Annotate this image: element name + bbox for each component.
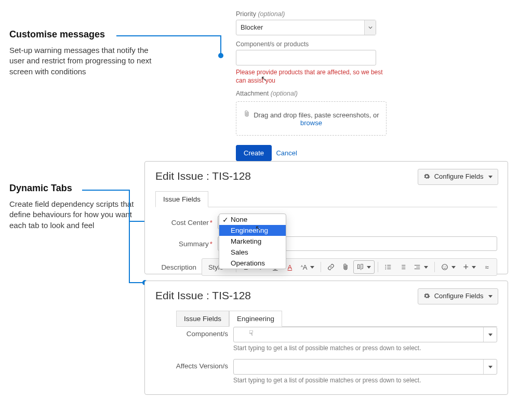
edit-issue-dialog-2: Edit Issue : TIS-128 Configure Fields Is… xyxy=(144,281,508,395)
components-label: Component/s or products xyxy=(236,41,390,48)
callout-dynamic-desc: Create field dependency scripts that def… xyxy=(9,199,139,231)
dialog1-tabs: Issue Fields xyxy=(155,191,497,207)
menu-item-engineering[interactable]: Engineering xyxy=(219,225,286,236)
svg-point-0 xyxy=(385,265,387,266)
attachment-label: Attachment (optional) xyxy=(236,90,390,97)
description-label: Description xyxy=(155,263,202,271)
tab-engineering[interactable]: Engineering xyxy=(229,311,282,327)
cursor-icon: ↖ xyxy=(261,74,267,83)
attachment-dropzone[interactable]: Drag and drop files, paste screenshots, … xyxy=(236,101,387,136)
affects-version-combo[interactable] xyxy=(233,359,497,375)
callout-dynamic-tabs: Dynamic Tabs Create field dependency scr… xyxy=(9,183,139,231)
configure-fields-button[interactable]: Configure Fields xyxy=(418,169,498,185)
svg-point-1 xyxy=(385,267,387,268)
gear-icon xyxy=(423,292,430,301)
priority-select[interactable]: Blocker xyxy=(236,20,376,35)
insert-button[interactable]: + xyxy=(460,260,479,274)
menu-item-marketing[interactable]: Marketing xyxy=(219,236,286,247)
edit-issue-dialog-1: Edit Issue : TIS-128 Configure Fields Is… xyxy=(144,161,508,274)
indent-button[interactable] xyxy=(410,260,431,274)
affects-version-label: Affects Version/s xyxy=(155,359,233,370)
emoji-button[interactable] xyxy=(438,260,459,274)
configure-fields-button[interactable]: Configure Fields xyxy=(418,288,498,304)
components-input[interactable] xyxy=(236,50,376,65)
components-hint: Start typing to get a list of possible m… xyxy=(233,344,497,352)
callout-dynamic-title: Dynamic Tabs xyxy=(9,183,139,194)
tab-issue-fields[interactable]: Issue Fields xyxy=(176,311,229,327)
summary-label: Summary* xyxy=(155,240,218,248)
components-error: Please provide products that are affecte… xyxy=(236,69,390,85)
chevron-down-icon xyxy=(488,295,493,298)
priority-label: Priority (optional) xyxy=(236,10,390,18)
number-list-button[interactable] xyxy=(396,260,409,274)
create-button[interactable]: Create xyxy=(236,145,272,161)
tab-issue-fields[interactable]: Issue Fields xyxy=(155,191,208,207)
menu-item-sales[interactable]: Sales xyxy=(219,247,286,258)
svg-point-3 xyxy=(442,264,448,270)
cost-center-label: Cost Center* xyxy=(155,219,218,227)
cancel-button[interactable]: Cancel xyxy=(274,145,299,161)
chevron-down-icon xyxy=(488,176,493,178)
svg-point-5 xyxy=(446,266,446,267)
chevron-down-icon[interactable] xyxy=(483,360,497,374)
bullet-list-button[interactable] xyxy=(381,260,395,274)
create-issue-form: Priority (optional) Blocker Component/s … xyxy=(229,0,395,170)
font-size-button[interactable]: ᴬA xyxy=(298,260,318,274)
gear-icon xyxy=(423,173,430,181)
dropzone-text: Drag and drop files, paste screenshots, … xyxy=(254,111,379,119)
callout-customise-title: Customise messages xyxy=(9,29,155,40)
collapse-toolbar-button[interactable]: ≈ xyxy=(480,260,494,274)
dropzone-browse[interactable]: browse xyxy=(300,119,322,127)
priority-value: Blocker xyxy=(236,20,364,35)
menu-item-none[interactable]: ✓None xyxy=(219,214,286,225)
hand-cursor-icon: ☟ xyxy=(249,329,254,337)
cost-center-dropdown: ✓None Engineering Marketing Sales Operat… xyxy=(219,214,286,269)
dialog2-tabs: Issue Fields Engineering xyxy=(176,310,497,327)
components-label: Component/s xyxy=(155,327,233,338)
callout-customise-desc: Set-up warning messages that notify the … xyxy=(9,45,155,77)
attach-button[interactable] xyxy=(339,260,352,274)
components-combo[interactable] xyxy=(233,327,497,342)
paperclip-icon xyxy=(244,110,250,119)
chevron-down-icon xyxy=(364,20,376,35)
affects-version-hint: Start typing to get a list of possible m… xyxy=(233,377,497,384)
chevron-down-icon[interactable] xyxy=(483,327,497,342)
menu-item-operations[interactable]: Operations xyxy=(219,258,286,269)
svg-point-2 xyxy=(385,269,387,270)
cursor-icon: ↖ xyxy=(255,224,261,232)
link-button[interactable] xyxy=(324,260,338,274)
mention-button[interactable]: 叩 xyxy=(353,260,375,274)
svg-point-4 xyxy=(444,266,444,267)
callout-customise: Customise messages Set-up warning messag… xyxy=(9,29,155,77)
